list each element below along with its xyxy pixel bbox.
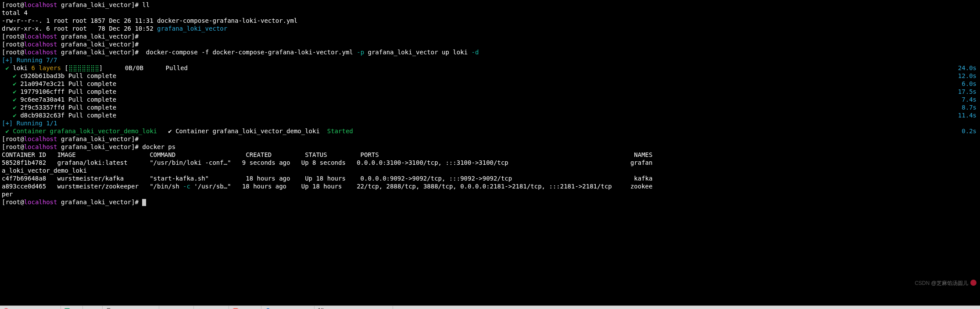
prompt-line: [root@localhost grafana_loki_vector]# [2, 135, 978, 143]
taskbar-host[interactable]: localhost.localdomain [0, 306, 61, 309]
ps-row-cont: per [2, 190, 978, 198]
logo-icon [970, 280, 976, 286]
pull-layer: ✔ 21a0947e3c21 Pull complete6.0s [2, 80, 978, 88]
prompt-host: localhost [24, 1, 57, 8]
command-ll: ll [142, 1, 150, 8]
prompt-user: root [5, 1, 20, 8]
pull-loki: ✔ loki 6 layers [⣿⣿⣿⣿⣿⣿⣿] 0B/0B Pulled24… [2, 64, 978, 72]
taskbar-down[interactable]: ⬇0.02 Mb/s [159, 306, 194, 309]
cursor-icon [142, 199, 146, 206]
container-started: ✔ Container grafana_loki_vector_demo_lok… [2, 127, 978, 135]
ll-file: -rw-r--r--. 1 root root 1857 Dec 26 11:3… [2, 17, 978, 25]
taskbar-graph[interactable] [83, 306, 103, 309]
dir-name: grafana_loki_vector [157, 25, 227, 32]
timing: 24.0s [958, 64, 976, 72]
timing: 6.0s [962, 80, 976, 88]
prompt-dockerps: [root@localhost grafana_loki_vector]# do… [2, 143, 978, 151]
prompt-cursor[interactable]: [root@localhost grafana_loki_vector]# [2, 198, 978, 206]
taskbar-fs[interactable]: 💾/: 18% /boot: 28% /home: 1% [315, 306, 393, 309]
prompt-line: [root@localhost grafana_loki_vector]# [2, 40, 978, 48]
ps-row-cont: a_loki_vector_demo_loki [2, 167, 978, 174]
prompt-line: [root@localhost grafana_loki_vector]# ll [2, 1, 978, 9]
taskbar-mem[interactable]: 🗄6.90 GB / 30.88 GB [103, 306, 159, 309]
prompt-compose: [root@localhost grafana_loki_vector]# do… [2, 48, 978, 56]
taskbar-uptime[interactable]: 📅63 days [229, 306, 262, 309]
running-header: [+] Running 1/1 [2, 119, 978, 127]
taskbar-cpu[interactable]: 3% [61, 306, 83, 309]
timing: 17.5s [958, 88, 976, 96]
ps-row: 58528f1b4782 grafana/loki:latest "/usr/b… [2, 159, 978, 167]
timing: 12.0s [958, 72, 976, 80]
pull-layer: ✔ 2f9c53357ffd Pull complete8.7s [2, 103, 978, 111]
watermark: CSDN @芝麻馅汤圆儿 [915, 279, 976, 287]
ll-dir: drwxr-xr-x. 6 root root 78 Dec 26 10:52 … [2, 25, 978, 32]
ps-row: c4f7b69648a8 wurstmeister/kafka "start-k… [2, 174, 978, 182]
prompt-line: [root@localhost grafana_loki_vector]# [2, 32, 978, 40]
ps-row: a893cce0d465 wurstmeister/zookeeper "/bi… [2, 182, 978, 190]
taskbar-users[interactable]: 👤root root root root [261, 306, 315, 309]
pull-layer: ✔ d8cb9832c63f Pull complete11.4s [2, 111, 978, 119]
pull-layer: ✔ ✔ c926b61bad3b Pull completec926b61bad… [2, 72, 978, 80]
timing: 7.4s [962, 96, 976, 103]
taskbar-up[interactable]: ⬆0.01 Mb/s [194, 306, 229, 309]
pull-layer: ✔ 9c6ee7a30a41 Pull complete7.4s [2, 96, 978, 103]
running-header: [+] Running 7/7 [2, 56, 978, 64]
ll-total: total 4 [2, 9, 978, 17]
taskbar[interactable]: localhost.localdomain 3% 🗄6.90 GB / 30.8… [0, 305, 980, 309]
timing: 0.2s [962, 127, 976, 135]
prompt-path: grafana_loki_vector [61, 1, 131, 8]
pull-layer: ✔ 19779106cfff Pull complete17.5s [2, 88, 978, 96]
timing: 11.4s [958, 111, 976, 119]
terminal-output[interactable]: [root@localhost grafana_loki_vector]# ll… [0, 0, 980, 305]
ps-header: CONTAINER ID IMAGE COMMAND CREATED STATU… [2, 151, 978, 159]
timing: 8.7s [962, 103, 976, 111]
